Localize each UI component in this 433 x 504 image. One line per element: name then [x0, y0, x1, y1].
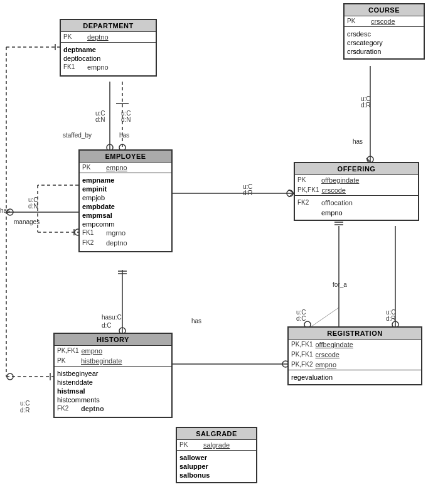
reg-pkfk2-label: PK,FK2: [291, 361, 315, 368]
hist-field-histcomments: histcomments: [57, 395, 169, 404]
dept-pk-field: deptno: [87, 33, 109, 41]
sal-field-sallower: sallower: [179, 453, 254, 462]
course-field-crsduration: crsduration: [347, 47, 421, 56]
emp-fk1-field: mgrno: [106, 229, 126, 237]
emp-pk-field: empno: [106, 164, 127, 171]
emp-pk-label: PK: [82, 164, 106, 171]
label-dn-has-left: d:N: [28, 203, 38, 210]
sal-pk-field: salgrade: [203, 441, 230, 449]
hist-field-histbeginyear: histbeginyear: [57, 369, 169, 378]
off-field-empno: empno: [297, 208, 415, 217]
off-pkfk1-label: PK,FK1: [297, 186, 321, 193]
svg-point-38: [7, 373, 13, 380]
label-has-dept-emp: has: [119, 132, 129, 139]
salgrade-entity: SALGRADE PK salgrade sallower salupper s…: [176, 427, 257, 483]
reg-pkfk1b-crscode: crscode: [315, 351, 339, 358]
label-dn-dept-has: d:N: [121, 116, 131, 123]
label-dr-left-hist: d:R: [20, 407, 30, 414]
svg-line-17: [289, 190, 294, 193]
label-dn-dept-staffed: d:N: [95, 116, 105, 123]
label-dc-hist: d:C: [102, 322, 112, 329]
hist-pk-histbegindate: histbegindate: [81, 357, 122, 365]
hist-fk2-label: FK2: [57, 405, 81, 412]
hist-field-histmsal: histmsal: [57, 387, 169, 395]
reg-pkfk1a-offbegindate: offbegindate: [315, 341, 353, 348]
offering-entity: OFFERING PK offbegindate PK,FK1 crscode …: [294, 162, 419, 221]
svg-point-19: [287, 190, 293, 196]
employee-entity: EMPLOYEE PK empno empname empinit empjob…: [78, 149, 173, 252]
off-fk2-label: FK2: [297, 199, 321, 206]
off-pkfk1-crscode: crscode: [321, 186, 346, 194]
hist-fk2-deptno: deptno: [81, 405, 104, 412]
sal-field-salupper: salupper: [179, 462, 254, 471]
dept-fk1-field: empno: [87, 63, 109, 71]
history-entity: HISTORY PK,FK1 empno PK histbegindate hi…: [53, 333, 173, 418]
label-for-a: for_a: [333, 281, 347, 288]
label-has-course-off: has: [353, 138, 363, 145]
reg-pkfk1b-label: PK,FK1: [291, 351, 315, 358]
off-pk-label: PK: [297, 176, 321, 183]
label-has-left: has: [0, 207, 10, 214]
course-field-crscategory: crscategory: [347, 38, 421, 47]
dept-pk-label: PK: [63, 33, 87, 40]
emp-fk1-label: FK1: [82, 229, 106, 236]
reg-pkfk1a-label: PK,FK1: [291, 341, 315, 348]
label-dc-reg-left: d:C: [296, 315, 306, 322]
label-dr-course-off: d:R: [361, 102, 371, 109]
label-dr-emp-off: d:R: [243, 190, 253, 196]
offering-title: OFFERING: [295, 163, 418, 175]
course-field-crsdesc: crsdesc: [347, 29, 421, 38]
course-pk-label: PK: [347, 18, 371, 24]
hist-pkfk1-empno: empno: [81, 347, 102, 355]
dept-field-deptname: deptname: [63, 45, 153, 54]
registration-title: REGISTRATION: [289, 328, 421, 340]
svg-line-28: [311, 308, 339, 327]
label-uc-left-hist: u:C: [20, 400, 30, 407]
emp-field-empmsal: empmsal: [82, 211, 169, 220]
emp-field-empname: empname: [82, 176, 169, 185]
label-has-hist: has: [191, 318, 201, 324]
hist-pkfk1-label: PK,FK1: [57, 347, 81, 354]
department-title: DEPARTMENT: [61, 20, 156, 32]
dept-field-deptlocation: deptlocation: [63, 54, 153, 63]
hist-pk-label: PK: [57, 357, 81, 364]
employee-title: EMPLOYEE: [80, 151, 171, 163]
salgrade-title: SALGRADE: [177, 428, 256, 440]
off-pk-offbegindate: offbegindate: [321, 176, 359, 184]
course-entity: COURSE PK crscode crsdesc crscategory cr…: [343, 3, 425, 60]
emp-fk2-field: deptno: [106, 239, 127, 247]
department-entity: DEPARTMENT PK deptno deptname deptlocati…: [60, 19, 157, 77]
dept-fk1-label: FK1: [63, 63, 87, 70]
label-dr-reg-right: d:R: [386, 315, 396, 322]
emp-fk2-label: FK2: [82, 239, 106, 246]
emp-field-empcomm: empcomm: [82, 220, 169, 228]
reg-pkfk2-empno: empno: [315, 361, 336, 368]
label-staffed-by: staffed_by: [63, 132, 92, 139]
registration-entity: REGISTRATION PK,FK1 offbegindate PK,FK1 …: [287, 326, 422, 385]
course-pk-field: crscode: [371, 18, 395, 25]
svg-line-18: [289, 193, 294, 197]
reg-field-regevaluation: regevaluation: [291, 373, 419, 382]
history-title: HISTORY: [55, 334, 171, 346]
sal-pk-label: PK: [179, 441, 203, 448]
emp-field-empinit: empinit: [82, 185, 169, 193]
off-fk2-offlocation: offlocation: [321, 199, 353, 206]
course-title: COURSE: [345, 4, 424, 16]
label-hasuc-hist: hasu:C: [102, 314, 122, 321]
erd-diagram: DEPARTMENT PK deptno deptname deptlocati…: [0, 0, 433, 504]
sal-field-salbonus: salbonus: [179, 471, 254, 480]
hist-field-histenddate: histenddate: [57, 378, 169, 387]
emp-field-empbdate: empbdate: [82, 202, 169, 211]
emp-field-empjob: empjob: [82, 193, 169, 202]
label-manages: manages: [14, 218, 40, 225]
